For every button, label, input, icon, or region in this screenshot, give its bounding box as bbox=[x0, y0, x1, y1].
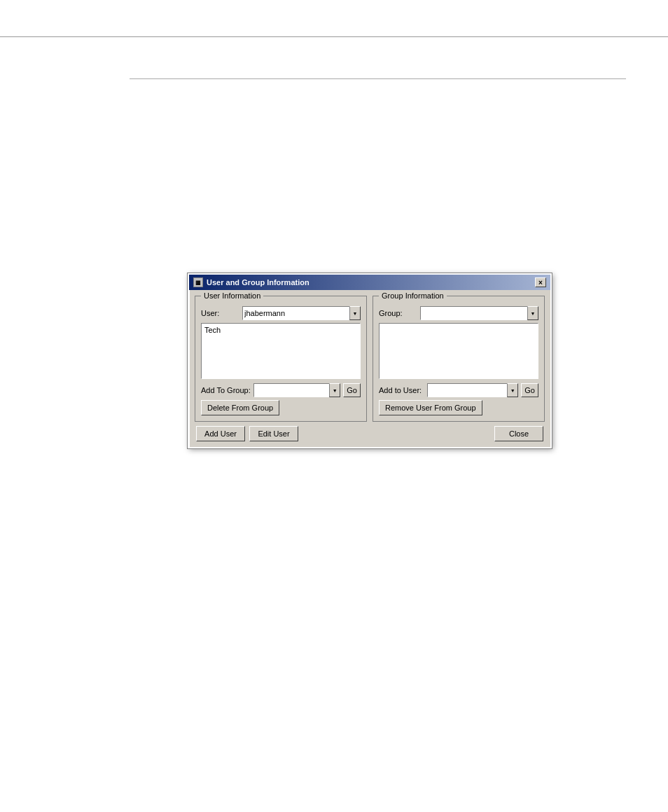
user-information-panel: User Information User: jhabermann ▼ Tech… bbox=[195, 296, 367, 422]
close-label: Close bbox=[509, 429, 529, 438]
dialog-body: User Information User: jhabermann ▼ Tech… bbox=[189, 290, 550, 447]
edit-user-label: Edit User bbox=[258, 429, 289, 438]
dialog-title-text: User and Group Information bbox=[207, 278, 309, 287]
edit-user-button[interactable]: Edit User bbox=[249, 426, 298, 441]
add-to-group-select[interactable] bbox=[253, 383, 341, 397]
group-users-listbox[interactable] bbox=[379, 323, 538, 379]
add-to-group-row: Add To Group: ▼ Go bbox=[201, 383, 361, 397]
page-rule-top bbox=[0, 36, 668, 37]
add-to-user-row: Add to User: ▼ Go bbox=[379, 383, 538, 397]
list-item: Tech bbox=[203, 325, 359, 335]
dialog-icon: ▦ bbox=[193, 277, 203, 287]
dialog-title-area: ▦ User and Group Information bbox=[193, 277, 309, 287]
add-user-button[interactable]: Add User bbox=[196, 426, 245, 441]
group-field-row: Group: ▼ bbox=[379, 306, 538, 320]
delete-from-group-button[interactable]: Delete From Group bbox=[201, 400, 279, 415]
right-button-group: Close bbox=[494, 426, 543, 441]
add-to-user-go-button[interactable]: Go bbox=[521, 383, 538, 397]
group-select-wrapper: ▼ bbox=[420, 306, 538, 320]
remove-user-from-group-label: Remove User From Group bbox=[385, 404, 476, 412]
bottom-button-row: Add User Edit User Close bbox=[195, 426, 545, 441]
add-to-group-select-wrapper: ▼ bbox=[253, 383, 341, 397]
user-groups-listbox[interactable]: Tech bbox=[201, 323, 361, 379]
group-information-panel: Group Information Group: ▼ Add to User: bbox=[373, 296, 545, 422]
user-info-legend: User Information bbox=[201, 291, 263, 300]
add-to-user-select[interactable] bbox=[427, 383, 518, 397]
left-button-group: Add User Edit User bbox=[196, 426, 298, 441]
add-to-group-label: Add To Group: bbox=[201, 386, 251, 394]
group-info-legend: Group Information bbox=[379, 291, 447, 300]
user-label: User: bbox=[201, 309, 239, 317]
add-to-user-select-wrapper: ▼ bbox=[427, 383, 518, 397]
page-rule-secondary bbox=[130, 78, 626, 79]
add-to-user-label: Add to User: bbox=[379, 386, 424, 394]
user-select[interactable]: jhabermann bbox=[242, 306, 361, 320]
delete-from-group-label: Delete From Group bbox=[207, 404, 273, 412]
remove-user-from-group-button[interactable]: Remove User From Group bbox=[379, 400, 482, 415]
user-select-wrapper: jhabermann ▼ bbox=[242, 306, 361, 320]
dialog-columns: User Information User: jhabermann ▼ Tech… bbox=[195, 296, 545, 422]
close-button[interactable]: Close bbox=[494, 426, 543, 441]
dialog-titlebar: ▦ User and Group Information × bbox=[189, 275, 550, 290]
dialog-window: ▦ User and Group Information × User Info… bbox=[188, 273, 552, 448]
user-field-row: User: jhabermann ▼ bbox=[201, 306, 361, 320]
add-user-label: Add User bbox=[204, 429, 237, 438]
group-select[interactable] bbox=[420, 306, 538, 320]
add-to-group-go-button[interactable]: Go bbox=[343, 383, 361, 397]
dialog-close-button[interactable]: × bbox=[535, 277, 546, 287]
group-label: Group: bbox=[379, 309, 417, 317]
